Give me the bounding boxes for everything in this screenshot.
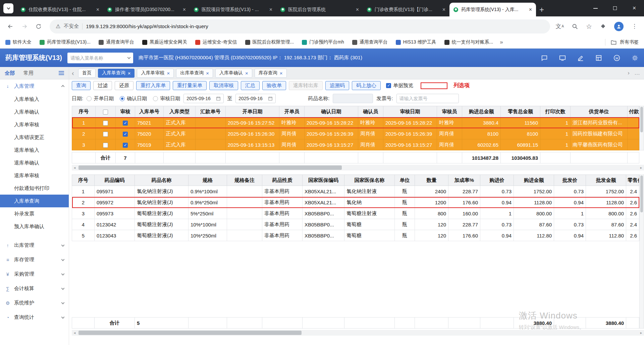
row-select-checkbox[interactable] [103, 132, 108, 137]
row-audit-checkbox[interactable] [123, 132, 128, 137]
tab-search-button[interactable] [3, 3, 13, 13]
sidebar-section[interactable]: ↑ 出库管理 [0, 238, 69, 253]
menu-search-input[interactable] [70, 55, 126, 61]
row-select-checkbox[interactable] [103, 121, 108, 126]
menu-search-box[interactable] [67, 53, 133, 63]
toolbar-button[interactable]: 还原 [115, 81, 133, 90]
master-horizontal-scrollbar[interactable]: ◄ ► [72, 165, 644, 170]
tab-scroll-right-icon[interactable]: › [628, 70, 630, 76]
detail-horizontal-scrollbar[interactable]: ◄ ► [72, 330, 644, 336]
filter-common-tab[interactable]: 常用 [23, 70, 34, 76]
sidebar-item[interactable]: 入库单确认 [0, 106, 69, 118]
bookmark-item[interactable]: 统一支付与对账系... [444, 39, 493, 45]
bookmark-item[interactable]: 通用查询平台 [99, 39, 134, 45]
table-row[interactable]: 1 75021 正式入库 2025-09-16 15:27:52 叶雅玲 202… [72, 117, 639, 128]
tab-scroll-left-icon[interactable]: ‹ [69, 69, 77, 77]
minimize-button[interactable] [586, 0, 605, 16]
bookmarks-overflow-icon[interactable]: » [500, 39, 503, 46]
settings-gear-icon[interactable] [631, 54, 639, 62]
signature-icon[interactable] [577, 54, 584, 62]
radio-icon[interactable] [153, 96, 158, 101]
sidebar-item[interactable]: 退库单输入 [0, 144, 69, 156]
sidebar-item[interactable]: 预入库单确认 [0, 220, 69, 233]
sidebar-section[interactable]: ¥ 采购管理 [0, 267, 69, 281]
browser-tab[interactable]: 操作者:管理员(D35070200... × [103, 3, 190, 16]
menu-dots-icon[interactable]: ⋮ [632, 23, 637, 30]
sidebar-section-stock-in[interactable]: ↓ 入库管理 [0, 79, 69, 93]
workspace-tab-close-icon[interactable]: × [167, 70, 170, 76]
window-icon[interactable] [595, 54, 602, 62]
scrollbar-thumb[interactable] [78, 331, 302, 335]
translate-icon[interactable]: 文A [555, 22, 564, 30]
tab-close-icon[interactable]: × [529, 7, 532, 13]
radio-icon[interactable] [87, 96, 92, 101]
bookmark-item[interactable]: 黑盾运维安全网关 [142, 39, 187, 45]
drug-name-input[interactable] [333, 94, 373, 103]
select-all-checkbox[interactable] [103, 110, 108, 115]
table-row[interactable]: 5 0123043 葡萄糖注射液(J) 10%*250ml 非基本用药 XB05… [72, 230, 639, 241]
workspace-tab[interactable]: 库存查询 × [255, 69, 287, 78]
row-select-checkbox[interactable] [103, 143, 108, 148]
table-row[interactable]: 1 095971 氯化钠注射液(J) 0.9%*100ml 非基本用药 XB05… [72, 186, 639, 197]
tab-close-icon[interactable]: × [442, 7, 445, 13]
workspace-tab-close-icon[interactable]: × [128, 70, 131, 76]
back-button[interactable] [5, 21, 16, 32]
security-warning-icon[interactable]: ⚠ [56, 23, 60, 29]
sidebar-item[interactable]: 退库单确认 [0, 156, 69, 169]
sidebar-item[interactable]: 付款通知书打印 [0, 182, 69, 195]
filter-all-tab[interactable]: 全部 [5, 70, 15, 76]
zoom-icon[interactable] [572, 23, 578, 29]
bookmark-item[interactable]: 软件大全 [5, 39, 32, 45]
bookmark-item[interactable]: 医院后台权限管理... [245, 39, 294, 45]
toolbar-button[interactable]: 重打入库单 [136, 81, 170, 90]
scrollbar-thumb[interactable] [78, 165, 342, 170]
preview-checkbox[interactable]: 单据预览 [386, 82, 413, 89]
toolbar-button[interactable]: 码上放心 [352, 81, 381, 90]
table-row[interactable]: 3 75019 正式入库 2025-09-16 13:15:13 周肖倩 202… [72, 139, 639, 150]
radio-icon[interactable] [120, 96, 125, 101]
tab-more-icon[interactable]: … [634, 70, 640, 76]
extensions-icon[interactable] [600, 23, 606, 29]
bookmark-item[interactable]: 药库管理系统(V13)... [40, 39, 91, 45]
bookmark-item[interactable]: 门诊预约平台mh [302, 39, 344, 45]
tab-close-icon[interactable]: × [356, 7, 359, 13]
star-icon[interactable]: ☆ [586, 22, 592, 30]
toolbar-button[interactable]: 重打量采单 [173, 81, 207, 90]
sidebar-item[interactable]: 入库单审核 [0, 118, 69, 131]
preview-checkbox-box[interactable] [386, 83, 391, 88]
table-row[interactable]: 4 0123042 葡萄糖注射液(J) 10%*100ml 非基本用药 XB05… [72, 219, 639, 230]
workspace-tab[interactable]: 入库单确认 × [215, 69, 252, 78]
sidebar-section[interactable]: ≡ 库存管理 [0, 253, 69, 267]
toolbar-button[interactable]: 过滤 [93, 81, 112, 90]
address-bar[interactable]: ⚠ 不安全 199.9.129.29:8000/his-yk/app/#/sto… [50, 19, 550, 33]
table-row[interactable]: 2 095972 氯化钠注射液(J) 0.9%*250ml 非基本用药 XB05… [72, 197, 639, 208]
toolbar-button[interactable]: 退库转出库 [289, 81, 323, 90]
message-icon[interactable] [541, 54, 548, 62]
workspace-tab[interactable]: 入库单查询 × [98, 69, 135, 78]
date-type-radio[interactable]: 审核日期 [153, 95, 180, 102]
browser-tab[interactable]: 药库管理系统(V13) - 入库... × [449, 3, 536, 16]
date-to-input[interactable]: 2025-09-16 [235, 94, 276, 103]
scroll-right-arrow-icon[interactable]: ► [638, 330, 644, 336]
sidebar-item[interactable]: 入库单输入 [0, 93, 69, 106]
browser-tab[interactable]: 门诊收费系统(V13)【门诊... × [363, 3, 449, 16]
date-type-radio[interactable]: 确认日期 [120, 95, 147, 102]
tab-close-icon[interactable]: × [269, 7, 272, 13]
workspace-tab[interactable]: 首页 [78, 69, 96, 78]
new-tab-button[interactable]: + [539, 6, 544, 14]
cast-icon[interactable] [559, 54, 566, 62]
close-window-button[interactable]: × [625, 0, 644, 16]
bookmark-item[interactable]: HIS13 维护工具 [396, 39, 436, 45]
scroll-right-arrow-icon[interactable]: ► [638, 165, 644, 170]
bookmark-item[interactable]: 运维安全-奇安信 [195, 39, 237, 45]
master-vertical-scrollbar[interactable] [639, 106, 644, 150]
sidebar-item[interactable]: 入库错误更正 [0, 131, 69, 144]
scrollbar-thumb[interactable] [640, 107, 643, 132]
invoice-input[interactable] [396, 94, 459, 103]
date-from-input[interactable]: 2025-09-16 [183, 94, 224, 103]
sidebar-item[interactable]: 补录发票 [0, 207, 69, 220]
workspace-tab[interactable]: 出库单查询 × [176, 69, 213, 78]
maximize-button[interactable] [605, 0, 625, 16]
scrollbar-thumb[interactable] [640, 176, 643, 212]
browser-tab[interactable]: 医院项目管理系统(V13) - ... × [190, 3, 276, 16]
